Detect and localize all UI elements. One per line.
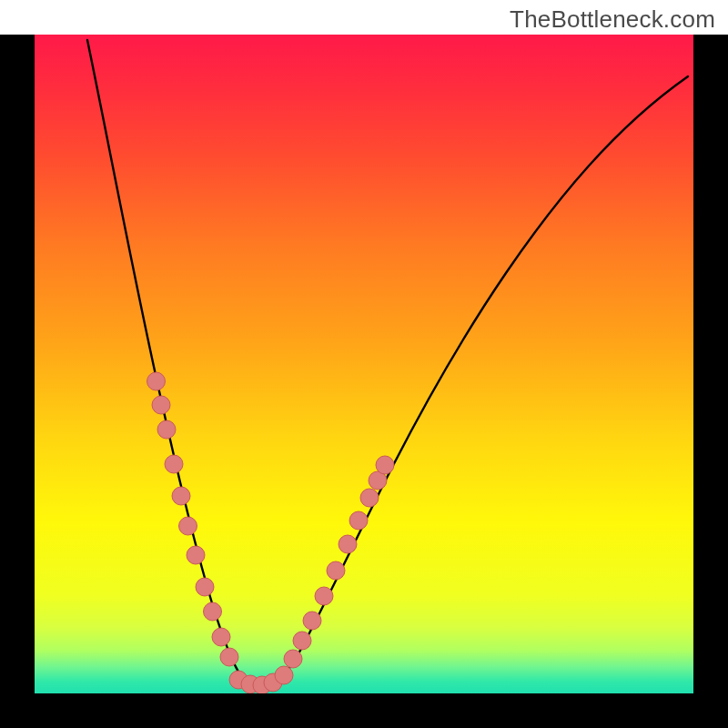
data-marker — [349, 511, 368, 530]
data-marker — [172, 487, 190, 505]
data-marker — [339, 535, 357, 553]
data-marker — [157, 420, 176, 439]
data-marker — [275, 666, 293, 684]
watermark-label: TheBottleneck.com — [510, 5, 715, 34]
data-marker — [179, 517, 197, 535]
data-marker — [360, 489, 379, 507]
data-marker — [165, 455, 183, 473]
data-marker — [147, 372, 166, 390]
data-marker — [220, 648, 238, 666]
data-marker — [212, 628, 230, 646]
data-marker — [376, 456, 394, 474]
gradient-background — [35, 35, 693, 693]
data-marker — [152, 396, 170, 414]
data-marker — [284, 650, 302, 668]
bottleneck-chart — [0, 0, 728, 728]
data-marker — [196, 578, 214, 596]
data-marker — [315, 587, 333, 605]
chart-container: TheBottleneck.com — [0, 0, 728, 728]
data-marker — [204, 602, 222, 621]
data-marker — [293, 632, 311, 650]
data-marker — [187, 546, 205, 564]
data-marker — [327, 561, 345, 580]
data-marker — [303, 612, 321, 630]
